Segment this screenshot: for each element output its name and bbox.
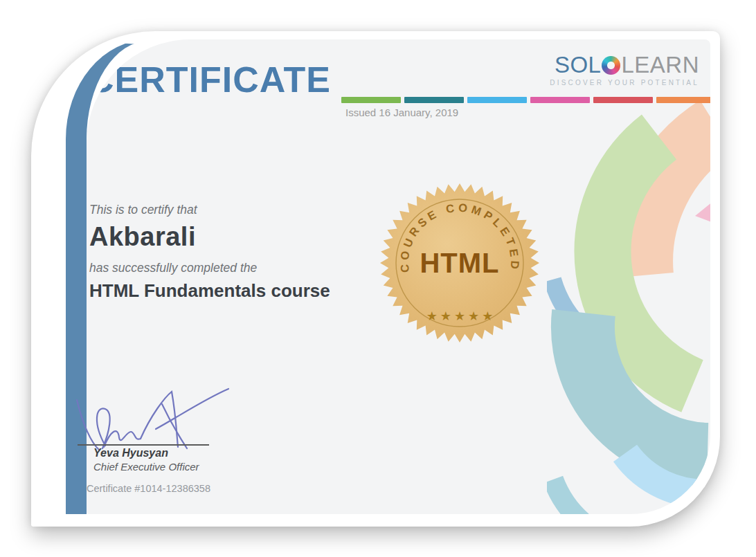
certificate-card: CERTIFICATE Issued 16 January, 2019 SOLL… — [31, 31, 720, 527]
color-bar-segment — [656, 97, 710, 103]
color-bar-segment — [530, 97, 590, 103]
gold-seal: COURSE COMPLETED HTML ★★★★★ — [377, 180, 543, 346]
issued-date: Issued 16 January, 2019 — [345, 107, 458, 118]
certify-line: This is to certify that — [89, 203, 330, 217]
recipient-name: Akbarali — [89, 222, 330, 252]
seal-stars: ★★★★★ — [426, 309, 496, 323]
swirl-petal-pink — [695, 198, 710, 224]
logo-text-sol: SOL — [555, 52, 602, 77]
swirl-petal-teal-sliver — [553, 480, 590, 514]
signer-role: Chief Executive Officer — [93, 461, 199, 473]
signer-name: Yeva Hyusyan — [93, 447, 168, 459]
color-bar-segment — [593, 97, 653, 103]
logo-text-learn: LEARN — [621, 52, 699, 77]
seal-center-text: HTML — [420, 248, 499, 278]
certificate-title: CERTIFICATE — [88, 62, 331, 98]
logo-pinwheel-o-icon — [602, 56, 620, 75]
signature-stroke — [156, 389, 228, 429]
logo-wordmark: SOLLEARN — [550, 53, 699, 76]
signature-stroke — [77, 400, 99, 450]
color-bars — [341, 97, 710, 103]
course-name: HTML Fundamentals course — [89, 280, 330, 302]
color-bar-segment — [341, 97, 401, 103]
signature-stroke — [97, 408, 110, 448]
completed-line: has successfully completed the — [89, 261, 330, 275]
certificate-number: Certificate #1014-12386358 — [87, 483, 210, 494]
signature-line — [78, 444, 209, 446]
color-bar-segment — [404, 97, 464, 103]
certify-text-block: This is to certify that Akbarali has suc… — [89, 203, 330, 302]
background-swirl-graphic — [547, 97, 710, 514]
sololearn-logo: SOLLEARN DISCOVER YOUR POTENTIAL — [550, 53, 699, 86]
logo-tagline: DISCOVER YOUR POTENTIAL — [550, 79, 699, 86]
color-bar-segment — [467, 97, 527, 103]
